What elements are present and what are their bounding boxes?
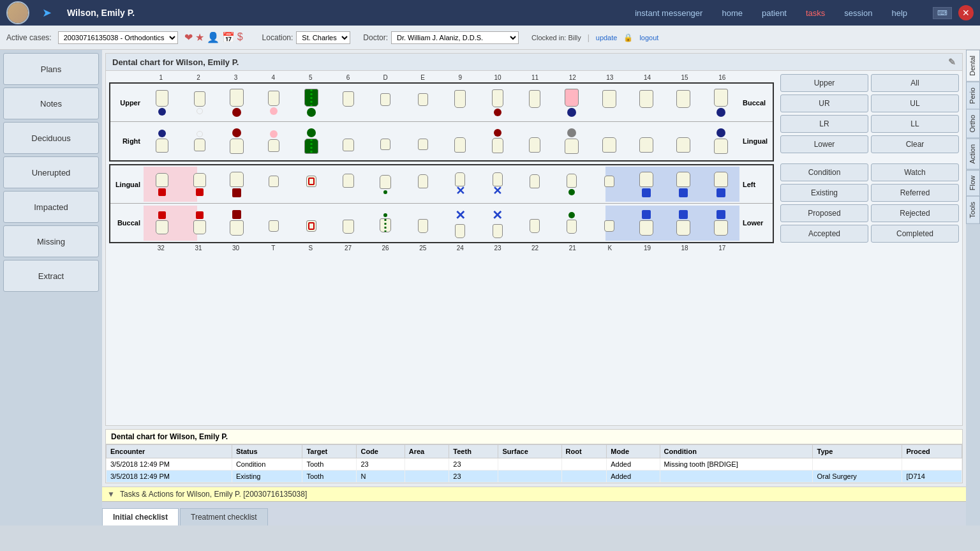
tooth-17-lingual[interactable] xyxy=(702,167,739,202)
tooth-1-buccal[interactable] xyxy=(144,85,181,120)
tooth-11-lingual[interactable] xyxy=(516,124,553,159)
tooth-30-buccal[interactable] xyxy=(218,206,255,241)
nav-instant-messenger[interactable]: instant messenger xyxy=(635,8,702,18)
tooth-3-buccal[interactable] xyxy=(218,85,255,120)
tooth-22-buccal[interactable] xyxy=(516,206,553,241)
tooth-18-buccal[interactable] xyxy=(665,206,702,241)
tooth-E-buccal[interactable] xyxy=(405,85,442,120)
table-scroll-area[interactable]: Encounter Status Target Code Area Teeth … xyxy=(106,444,962,483)
tooth-10-buccal[interactable] xyxy=(479,85,516,120)
tooth-31-buccal[interactable] xyxy=(181,206,218,241)
nav-session[interactable]: session xyxy=(844,8,872,18)
tooth-D-buccal[interactable] xyxy=(367,85,404,120)
tooth-32-lingual[interactable] xyxy=(144,167,181,202)
nav-patient[interactable]: patient xyxy=(762,8,787,18)
tooth-15-buccal[interactable] xyxy=(665,85,702,120)
update-link[interactable]: update xyxy=(596,34,618,42)
close-button[interactable]: ✕ xyxy=(958,5,974,20)
tooth-22-lingual[interactable] xyxy=(516,167,553,202)
notes-button[interactable]: Notes xyxy=(3,87,99,119)
existing-button[interactable]: Existing xyxy=(780,184,868,202)
tab-initial-checklist[interactable]: Initial checklist xyxy=(102,508,179,525)
tab-action[interactable]: Action xyxy=(966,139,980,170)
missing-button[interactable]: Missing xyxy=(3,225,99,257)
nav-help[interactable]: help xyxy=(891,8,907,18)
tooth-26-buccal[interactable] xyxy=(367,206,404,241)
tooth-T-lingual[interactable] xyxy=(255,167,292,202)
tooth-30-lingual[interactable] xyxy=(218,167,255,202)
location-select[interactable]: St. Charles xyxy=(296,31,350,44)
doctor-select[interactable]: Dr. William J. Alaniz, D.D.S. xyxy=(391,31,519,44)
nav-tasks[interactable]: tasks xyxy=(806,8,825,18)
lr-button[interactable]: LR xyxy=(780,115,868,133)
tooth-2-lingual[interactable] xyxy=(181,124,218,159)
logout-link[interactable]: logout xyxy=(639,34,658,42)
plans-button[interactable]: Plans xyxy=(3,53,99,85)
tooth-6-buccal[interactable] xyxy=(330,85,367,120)
tooth-27-buccal[interactable] xyxy=(330,206,367,241)
tooth-15-lingual[interactable] xyxy=(665,124,702,159)
ul-button[interactable]: UL xyxy=(871,94,959,112)
nav-home[interactable]: home xyxy=(722,8,743,18)
tooth-10-lingual[interactable] xyxy=(479,124,516,159)
accepted-button[interactable]: Accepted xyxy=(780,225,868,243)
tooth-21-buccal[interactable] xyxy=(553,206,590,241)
tooth-2-buccal[interactable] xyxy=(181,85,218,120)
tooth-23-buccal[interactable]: ✕ xyxy=(479,206,516,241)
tooth-11-buccal[interactable] xyxy=(516,85,553,120)
tooth-12-lingual[interactable] xyxy=(553,124,590,159)
tooth-D-lingual[interactable] xyxy=(367,124,404,159)
tooth-16-lingual[interactable] xyxy=(702,124,739,159)
tooth-17-buccal[interactable] xyxy=(702,206,739,241)
watch-button[interactable]: Watch xyxy=(871,163,959,181)
tooth-6-lingual[interactable] xyxy=(330,124,367,159)
ll-button[interactable]: LL xyxy=(871,115,959,133)
extract-button[interactable]: Extract xyxy=(3,260,99,292)
edit-icon[interactable]: ✎ xyxy=(948,57,956,67)
tab-flow[interactable]: Flow xyxy=(966,170,980,196)
tooth-K-lingual[interactable] xyxy=(591,167,628,202)
impacted-button[interactable]: Impacted xyxy=(3,191,99,223)
tooth-24-buccal[interactable]: ✕ xyxy=(442,206,479,241)
ur-button[interactable]: UR xyxy=(780,94,868,112)
proposed-button[interactable]: Proposed xyxy=(780,204,868,222)
tab-tools[interactable]: Tools xyxy=(966,196,980,224)
tooth-16-buccal[interactable] xyxy=(702,85,739,120)
tooth-5-buccal[interactable] xyxy=(293,85,330,120)
keyboard-button[interactable]: ⌨ xyxy=(933,7,952,19)
tooth-21-lingual[interactable] xyxy=(553,167,590,202)
tooth-4-buccal[interactable] xyxy=(255,85,292,120)
condition-button[interactable]: Condition xyxy=(780,163,868,181)
tooth-25-buccal[interactable] xyxy=(405,206,442,241)
tab-treatment-checklist[interactable]: Treatment checklist xyxy=(180,508,268,525)
rejected-button[interactable]: Rejected xyxy=(871,204,959,222)
active-cases-select[interactable]: 20030716135038 - Orthodontics xyxy=(58,31,178,44)
tooth-26-lingual[interactable] xyxy=(367,167,404,202)
completed-button[interactable]: Completed xyxy=(871,225,959,243)
tooth-13-buccal[interactable] xyxy=(591,85,628,120)
clear-button[interactable]: Clear xyxy=(871,135,959,153)
tooth-4-lingual[interactable] xyxy=(255,124,292,159)
tooth-T-buccal[interactable] xyxy=(255,206,292,241)
tooth-3-lingual[interactable] xyxy=(218,124,255,159)
tooth-5-lingual[interactable] xyxy=(293,124,330,159)
tooth-23-lingual[interactable]: ✕ xyxy=(479,167,516,202)
tooth-13-lingual[interactable] xyxy=(591,124,628,159)
tooth-32-buccal[interactable] xyxy=(144,206,181,241)
table-row[interactable]: 3/5/2018 12:49 PM Existing Tooth N 23 Ad… xyxy=(107,471,962,483)
table-row[interactable]: 3/5/2018 12:49 PM Condition Tooth 23 23 … xyxy=(107,458,962,471)
tab-perio[interactable]: Perio xyxy=(966,82,980,110)
tooth-14-buccal[interactable] xyxy=(628,85,665,120)
tooth-27-lingual[interactable] xyxy=(330,167,367,202)
tab-dental[interactable]: Dental xyxy=(966,50,980,82)
tooth-S-lingual[interactable] xyxy=(293,167,330,202)
tooth-31-lingual[interactable] xyxy=(181,167,218,202)
referred-button[interactable]: Referred xyxy=(871,184,959,202)
tab-ortho[interactable]: Ortho xyxy=(966,109,980,139)
unerupted-button[interactable]: Unerupted xyxy=(3,156,99,188)
tooth-19-buccal[interactable] xyxy=(628,206,665,241)
deciduous-button[interactable]: Deciduous xyxy=(3,122,99,154)
tooth-9-buccal[interactable] xyxy=(442,85,479,120)
tooth-25-lingual[interactable] xyxy=(405,167,442,202)
all-button[interactable]: All xyxy=(871,74,959,92)
